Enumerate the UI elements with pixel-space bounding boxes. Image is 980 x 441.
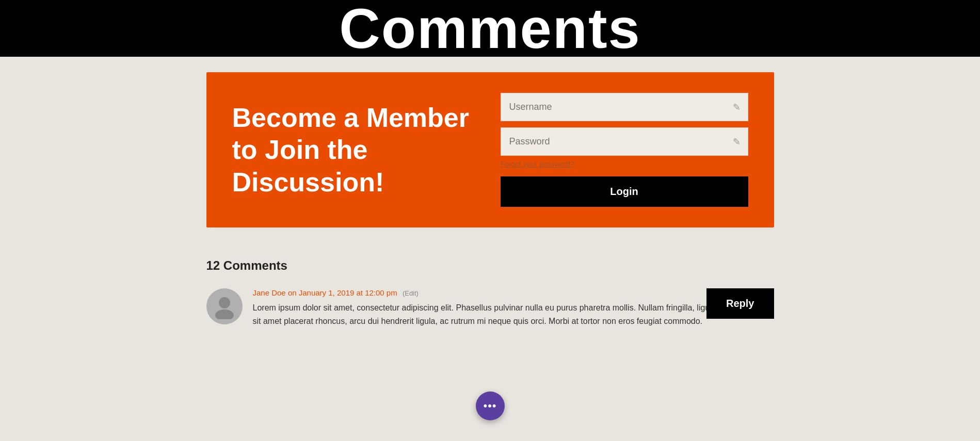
comment-text: Lorem ipsum dolor sit amet, consectetur …: [253, 301, 717, 328]
username-input[interactable]: [501, 93, 748, 121]
header-bar: Comments: [0, 0, 980, 57]
svg-point-0: [219, 297, 230, 308]
forgot-password-link[interactable]: Forgot your password?: [501, 160, 748, 168]
comment-author: Jane Doe: [253, 288, 288, 297]
svg-point-1: [215, 309, 234, 319]
password-input[interactable]: [501, 128, 748, 155]
password-icon: ✎: [733, 136, 741, 148]
reply-button[interactable]: Reply: [706, 288, 774, 319]
main-content: Become a Member to Join the Discussion! …: [196, 72, 784, 348]
membership-box: Become a Member to Join the Discussion! …: [206, 72, 774, 227]
comment-item: Jane Doe on January 1, 2019 at 12:00 pm …: [206, 288, 774, 328]
comments-section: 12 Comments Jane Doe on January 1, 2019 …: [206, 258, 774, 348]
page-title: Comments: [339, 0, 640, 57]
login-button[interactable]: Login: [501, 176, 748, 207]
fab-button[interactable]: •••: [476, 391, 505, 420]
comment-date: on January 1, 2019 at 12:00 pm: [288, 288, 397, 297]
avatar: [206, 288, 243, 324]
username-icon: ✎: [733, 102, 741, 113]
login-form: ✎ ✎ Forgot your password? Login: [501, 93, 748, 207]
password-wrapper: ✎: [501, 127, 748, 156]
comment-meta: Jane Doe on January 1, 2019 at 12:00 pm …: [253, 288, 774, 297]
comment-edit-link[interactable]: (Edit): [403, 289, 419, 297]
username-wrapper: ✎: [501, 93, 748, 121]
fab-dots-icon: •••: [483, 400, 496, 412]
membership-headline: Become a Member to Join the Discussion!: [232, 102, 480, 198]
avatar-user-icon: [212, 293, 237, 319]
comment-body: Jane Doe on January 1, 2019 at 12:00 pm …: [253, 288, 774, 328]
comments-count: 12 Comments: [206, 258, 774, 273]
